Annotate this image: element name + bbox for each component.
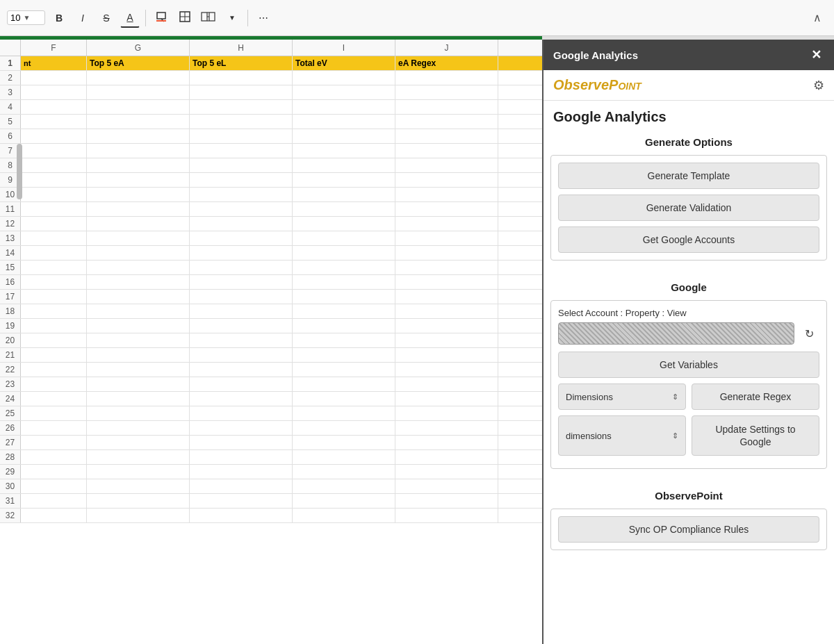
- grid-cell[interactable]: [87, 465, 190, 479]
- grid-cell[interactable]: [21, 304, 87, 318]
- col-header-H[interactable]: H: [190, 40, 293, 56]
- grid-cell[interactable]: [293, 450, 395, 464]
- grid-cell[interactable]: [293, 158, 395, 172]
- grid-cell[interactable]: [87, 173, 190, 187]
- grid-cell[interactable]: [87, 333, 190, 347]
- grid-cell[interactable]: [293, 202, 395, 216]
- account-selector-input[interactable]: [558, 322, 794, 345]
- grid-cell[interactable]: [21, 231, 87, 245]
- grid-cell[interactable]: [190, 450, 293, 464]
- grid-cell[interactable]: [395, 465, 498, 479]
- cell-G1[interactable]: Top 5 eA: [87, 56, 190, 70]
- grid-cell[interactable]: [190, 202, 293, 216]
- grid-cell[interactable]: [395, 158, 498, 172]
- grid-cell[interactable]: [21, 494, 87, 508]
- grid-cell[interactable]: [87, 158, 190, 172]
- grid-cell[interactable]: [293, 348, 395, 362]
- grid-cell[interactable]: [395, 363, 498, 377]
- col-header-F[interactable]: F: [21, 40, 87, 56]
- grid-cell[interactable]: [190, 377, 293, 391]
- grid-cell[interactable]: [293, 333, 395, 347]
- grid-cell[interactable]: [395, 188, 498, 201]
- grid-cell[interactable]: [395, 115, 498, 129]
- more-options-button[interactable]: ⋯: [254, 8, 273, 28]
- grid-cell[interactable]: [21, 450, 87, 464]
- grid-cell[interactable]: [395, 392, 498, 406]
- grid-cell[interactable]: [190, 319, 293, 333]
- grid-cell[interactable]: [190, 129, 293, 143]
- grid-cell[interactable]: [190, 261, 293, 274]
- grid-cell[interactable]: [293, 85, 395, 99]
- borders-button[interactable]: [175, 8, 195, 28]
- grid-cell[interactable]: [293, 129, 395, 143]
- grid-cell[interactable]: [190, 188, 293, 201]
- grid-cell[interactable]: [87, 144, 190, 158]
- grid-cell[interactable]: [190, 71, 293, 85]
- grid-cell[interactable]: [395, 436, 498, 449]
- grid-cell[interactable]: [395, 377, 498, 391]
- dimensions-select[interactable]: Dimensions ⇕: [558, 383, 686, 410]
- grid-cell[interactable]: [395, 479, 498, 493]
- col-header-J[interactable]: J: [395, 40, 498, 56]
- cell-H1[interactable]: Top 5 eL: [190, 56, 293, 70]
- grid-cell[interactable]: [21, 348, 87, 362]
- grid-cell[interactable]: [293, 217, 395, 231]
- grid-cell[interactable]: [87, 115, 190, 129]
- grid-cell[interactable]: [293, 377, 395, 391]
- collapse-toolbar-button[interactable]: ∧: [808, 8, 827, 28]
- grid-cell[interactable]: [395, 261, 498, 274]
- grid-cell[interactable]: [293, 406, 395, 420]
- grid-cell[interactable]: [293, 494, 395, 508]
- grid-cell[interactable]: [293, 173, 395, 187]
- grid-cell[interactable]: [190, 217, 293, 231]
- grid-cell[interactable]: [21, 436, 87, 449]
- grid-cell[interactable]: [87, 85, 190, 99]
- grid-cell[interactable]: [21, 188, 87, 201]
- grid-cell[interactable]: [293, 392, 395, 406]
- italic-button[interactable]: I: [73, 8, 92, 28]
- grid-cell[interactable]: [190, 85, 293, 99]
- grid-cell[interactable]: [190, 115, 293, 129]
- grid-cell[interactable]: [190, 100, 293, 114]
- grid-cell[interactable]: [21, 363, 87, 377]
- font-size-dropdown-icon[interactable]: ▼: [23, 14, 30, 22]
- grid-cell[interactable]: [87, 217, 190, 231]
- grid-cell[interactable]: [21, 333, 87, 347]
- grid-cell[interactable]: [395, 333, 498, 347]
- grid-cell[interactable]: [293, 144, 395, 158]
- grid-cell[interactable]: [293, 421, 395, 435]
- grid-cell[interactable]: [293, 465, 395, 479]
- grid-cell[interactable]: [395, 509, 498, 522]
- col-header-I[interactable]: I: [293, 40, 395, 56]
- grid-cell[interactable]: [21, 465, 87, 479]
- grid-cell[interactable]: [21, 173, 87, 187]
- grid-cell[interactable]: [395, 100, 498, 114]
- grid-cell[interactable]: [21, 202, 87, 216]
- grid-cell[interactable]: [190, 333, 293, 347]
- grid-cell[interactable]: [87, 275, 190, 289]
- grid-cell[interactable]: [190, 494, 293, 508]
- col-header-G[interactable]: G: [87, 40, 190, 56]
- grid-cell[interactable]: [87, 202, 190, 216]
- grid-cell[interactable]: [190, 158, 293, 172]
- grid-cell[interactable]: [21, 406, 87, 420]
- grid-cell[interactable]: [21, 392, 87, 406]
- grid-cell[interactable]: [395, 71, 498, 85]
- grid-cell[interactable]: [190, 246, 293, 260]
- grid-cell[interactable]: [395, 85, 498, 99]
- grid-cell[interactable]: [21, 100, 87, 114]
- grid-cell[interactable]: [190, 144, 293, 158]
- dimensions-select-2[interactable]: dimensions ⇕: [558, 415, 686, 456]
- grid-cell[interactable]: [87, 450, 190, 464]
- grid-cell[interactable]: [87, 100, 190, 114]
- grid-cell[interactable]: [87, 509, 190, 522]
- grid-cell[interactable]: [87, 363, 190, 377]
- grid-cell[interactable]: [395, 406, 498, 420]
- grid-cell[interactable]: [190, 275, 293, 289]
- grid-cell[interactable]: [293, 115, 395, 129]
- scrollbar[interactable]: [17, 144, 22, 199]
- grid-cell[interactable]: [395, 217, 498, 231]
- grid-cell[interactable]: [87, 406, 190, 420]
- grid-cell[interactable]: [87, 436, 190, 449]
- grid-cell[interactable]: [21, 158, 87, 172]
